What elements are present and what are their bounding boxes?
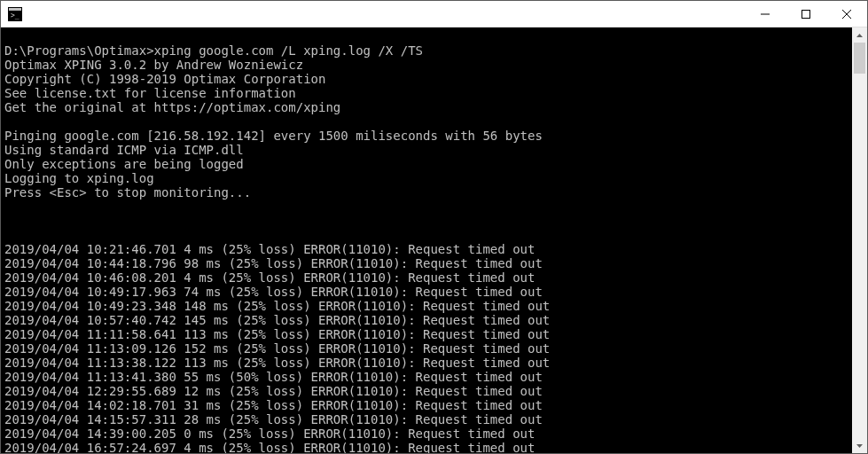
vertical-scrollbar[interactable] bbox=[852, 27, 867, 453]
window-controls bbox=[745, 1, 867, 27]
console-area: D:\Programs\Optimax>xping google.com /L … bbox=[1, 27, 867, 453]
svg-marker-8 bbox=[856, 444, 863, 448]
chevron-up-icon bbox=[856, 34, 863, 37]
svg-text:>_: >_ bbox=[11, 12, 20, 20]
console-text: D:\Programs\Optimax>xping google.com /L … bbox=[4, 29, 848, 453]
titlebar[interactable]: >_ bbox=[1, 1, 867, 27]
scroll-down-button[interactable] bbox=[852, 438, 867, 453]
maximize-button[interactable] bbox=[786, 1, 826, 27]
svg-rect-1 bbox=[9, 8, 21, 11]
scroll-thumb[interactable] bbox=[854, 43, 865, 74]
chevron-down-icon bbox=[856, 444, 863, 448]
scroll-up-button[interactable] bbox=[852, 27, 867, 43]
close-icon bbox=[842, 10, 851, 19]
scroll-track[interactable] bbox=[852, 43, 867, 438]
console-output[interactable]: D:\Programs\Optimax>xping google.com /L … bbox=[1, 27, 852, 453]
minimize-button[interactable] bbox=[745, 1, 786, 27]
close-button[interactable] bbox=[826, 1, 867, 27]
maximize-icon bbox=[802, 10, 810, 19]
minimize-icon bbox=[761, 10, 770, 19]
svg-rect-4 bbox=[802, 10, 810, 18]
cmd-icon: >_ bbox=[8, 7, 22, 21]
svg-marker-7 bbox=[856, 34, 863, 37]
